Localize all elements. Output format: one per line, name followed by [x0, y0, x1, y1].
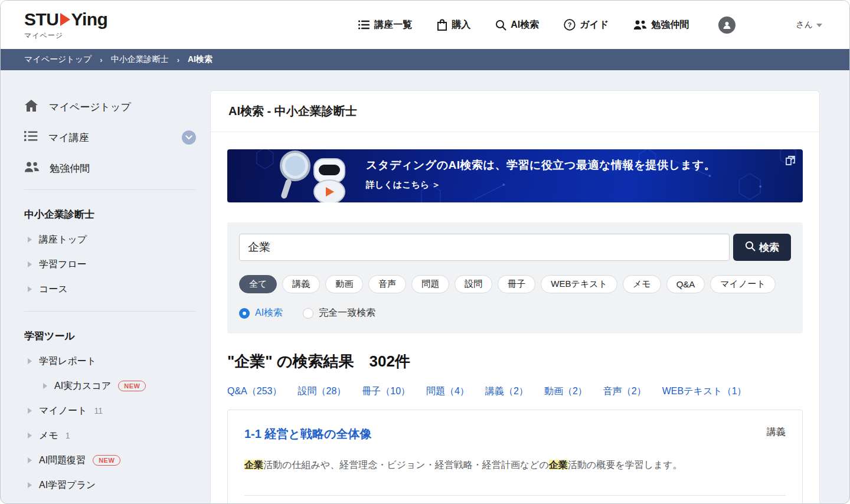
sidebar-item-course-top[interactable]: 講座トップ	[24, 227, 196, 252]
nav-guide[interactable]: ? ガイド	[564, 19, 609, 31]
chip-my-note[interactable]: マイノート	[710, 275, 775, 293]
sidebar-item-ai-score[interactable]: AI実力スコア NEW	[24, 374, 196, 398]
chip-booklet[interactable]: 冊子	[498, 275, 535, 293]
sidebar-item-memo[interactable]: メモ 1	[24, 423, 196, 448]
user-avatar[interactable]	[718, 17, 735, 34]
chip-question[interactable]: 問題	[411, 275, 449, 293]
list-icon	[24, 130, 38, 145]
banner-headline: スタディングのAI検索は、学習に役立つ最適な情報を提供します。	[366, 158, 715, 173]
search-icon	[745, 241, 756, 254]
triangle-right-icon	[43, 383, 47, 389]
sidebar-item-learning-report[interactable]: 学習レポート	[24, 349, 196, 374]
sidebar-item-ai-study-plan[interactable]: AI学習プラン	[24, 473, 196, 498]
people-icon	[24, 162, 39, 175]
chip-audio[interactable]: 音声	[368, 275, 406, 293]
chip-qa[interactable]: Q&A	[666, 275, 705, 293]
sidebar-item-course[interactable]: コース	[24, 277, 196, 302]
user-name: さん	[796, 19, 813, 30]
sidebar-item-my-notes[interactable]: マイノート 11	[24, 398, 196, 423]
svg-text:?: ?	[568, 21, 572, 28]
search-button[interactable]: 検索	[733, 234, 791, 261]
result-link-video[interactable]: 動画（2）	[544, 385, 587, 398]
sidebar-item-label: メモ	[39, 430, 58, 442]
radio-ai-search[interactable]: AI検索	[239, 307, 283, 319]
result-link-webtext[interactable]: WEBテキスト（1）	[662, 385, 747, 398]
sidebar-item-label: コース	[39, 283, 68, 296]
sidebar-item-label: AI学習プラン	[39, 479, 96, 492]
breadcrumb: マイページトップ › 中小企業診断士 › AI検索	[1, 49, 849, 70]
result-title-link[interactable]: 1-1 経営と戦略の全体像	[244, 426, 371, 442]
top-header: STU Ying マイページ 講座一覧 購入	[1, 1, 849, 49]
triangle-right-icon	[28, 358, 32, 364]
result-link-booklet[interactable]: 冊子（10）	[362, 385, 410, 398]
item-count: 1	[66, 431, 70, 440]
chip-memo[interactable]: メモ	[623, 275, 661, 293]
result-type-links: Q&A（253） 設問（28） 冊子（10） 問題（4） 講義（2） 動画（2）…	[227, 385, 803, 398]
robot-mascot-illustration	[260, 149, 384, 202]
result-link-setmon[interactable]: 設問（28）	[298, 385, 346, 398]
result-description: 企業活動の仕組みや、経営理念・ビジョン・経営戦略・経営計画などの企業活動の概要を…	[244, 457, 786, 473]
result-link-qa[interactable]: Q&A（253）	[227, 385, 282, 398]
radio-label: 完全一致検索	[319, 307, 375, 319]
result-title-row: 1-1 経営と戦略の全体像 講義	[244, 426, 786, 442]
sidebar-item-study-friends[interactable]: 勉強仲間	[24, 153, 196, 184]
external-link-icon	[785, 155, 796, 168]
radio-unselected-icon	[303, 308, 313, 319]
search-row: 検索	[239, 234, 791, 261]
sidebar-item-mypage-top[interactable]: マイページトップ	[24, 91, 196, 122]
sidebar-item-my-courses[interactable]: マイ講座	[24, 122, 196, 153]
radio-selected-icon	[239, 308, 250, 319]
logo-text-right: Ying	[71, 9, 108, 30]
list-icon	[358, 19, 370, 30]
item-count: 11	[94, 406, 103, 415]
nav-study-friends[interactable]: 勉強仲間	[633, 19, 689, 31]
sidebar-item-label: マイノート	[39, 405, 87, 417]
result-link-lecture[interactable]: 講義（2）	[485, 385, 528, 398]
play-triangle-icon	[60, 13, 70, 26]
result-link-question[interactable]: 問題（4）	[426, 385, 469, 398]
nav-label: 勉強仲間	[651, 19, 689, 31]
chip-setting-question[interactable]: 設問	[455, 275, 492, 293]
sidebar-item-label: 学習レポート	[39, 355, 96, 368]
breadcrumb-separator: ›	[177, 55, 179, 64]
sidebar-item-ai-review[interactable]: AI問題復習 NEW	[24, 448, 196, 473]
nav-purchase[interactable]: 購入	[437, 19, 470, 31]
logo-text-left: STU	[24, 9, 59, 30]
result-card: 1-1 経営と戦略の全体像 講義 企業活動の仕組みや、経営理念・ビジョン・経営戦…	[227, 410, 803, 504]
result-link-audio[interactable]: 音声（2）	[603, 385, 646, 398]
nav-course-list[interactable]: 講座一覧	[358, 19, 412, 31]
main-panel: AI検索 - 中小企業診断士	[210, 90, 820, 504]
page-title: AI検索 - 中小企業診断士	[211, 91, 819, 132]
expand-chevron-icon[interactable]	[182, 130, 196, 145]
breadcrumb-mypage-top[interactable]: マイページトップ	[24, 54, 91, 65]
sidebar-course-heading: 中小企業診断士	[24, 196, 196, 227]
search-icon	[495, 19, 506, 31]
sidebar-item-ai-search[interactable]: AI検索 NEW	[24, 498, 196, 504]
banner-details-link[interactable]: 詳しくはこちら ＞	[366, 179, 715, 191]
radio-exact-match[interactable]: 完全一致検索	[303, 307, 375, 319]
nav-label: 講座一覧	[374, 19, 412, 31]
result-type-label: 講義	[767, 426, 786, 438]
studying-logo[interactable]: STU Ying マイページ	[24, 9, 107, 41]
triangle-right-icon	[28, 237, 32, 243]
sidebar-item-learning-flow[interactable]: 学習フロー	[24, 252, 196, 277]
chip-video[interactable]: 動画	[325, 275, 363, 293]
sidebar-item-label: マイページトップ	[49, 100, 196, 114]
chip-web-text[interactable]: WEBテキスト	[541, 275, 617, 293]
logo-wordmark: STU Ying	[24, 9, 107, 30]
chip-all[interactable]: 全て	[239, 275, 277, 293]
search-input[interactable]	[239, 234, 730, 261]
nav-label: ガイド	[580, 19, 609, 31]
nav-label: 購入	[452, 19, 470, 31]
breadcrumb-course[interactable]: 中小企業診断士	[111, 54, 169, 65]
sidebar-item-label: AI実力スコア	[54, 380, 111, 392]
nav-ai-search[interactable]: AI検索	[495, 19, 539, 31]
triangle-right-icon	[28, 261, 32, 267]
triangle-right-icon	[28, 482, 32, 488]
nav-label: AI検索	[511, 19, 539, 31]
help-circle-icon: ?	[564, 19, 576, 31]
user-menu[interactable]: さん	[796, 19, 822, 30]
people-icon	[633, 20, 647, 30]
chip-lecture[interactable]: 講義	[282, 275, 320, 293]
ai-search-promo-banner[interactable]: スタディングのAI検索は、学習に役立つ最適な情報を提供します。 詳しくはこちら …	[227, 149, 803, 202]
